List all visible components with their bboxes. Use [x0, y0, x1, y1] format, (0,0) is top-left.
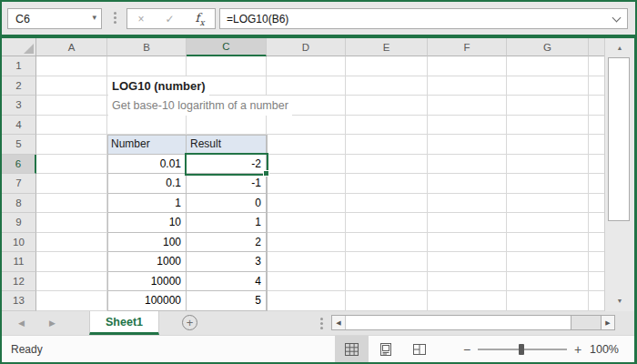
cell-G6[interactable]: [507, 155, 589, 175]
page-layout-view-button[interactable]: [369, 336, 402, 362]
cell-E12[interactable]: [346, 272, 428, 292]
cell-F8[interactable]: [428, 194, 507, 214]
cell-F12[interactable]: [428, 272, 507, 292]
cell-D12[interactable]: [267, 272, 346, 292]
normal-view-button[interactable]: [335, 336, 369, 362]
cell-D6[interactable]: [267, 155, 346, 175]
cell-A7[interactable]: [36, 174, 107, 194]
cell-A12[interactable]: [36, 272, 107, 292]
cell-F3[interactable]: [428, 96, 507, 116]
cell-F2[interactable]: [428, 76, 507, 96]
row-header-5[interactable]: 5: [2, 135, 36, 155]
cell-G1[interactable]: [507, 56, 589, 76]
cell-E8[interactable]: [346, 194, 428, 214]
cell-D7[interactable]: [267, 174, 346, 194]
cell-E9[interactable]: [346, 213, 428, 233]
row-header-3[interactable]: 3: [2, 96, 36, 116]
cell-F7[interactable]: [428, 174, 507, 194]
cell-F13[interactable]: [428, 291, 507, 311]
cell-F4[interactable]: [428, 116, 507, 136]
cell-E10[interactable]: [346, 233, 428, 253]
cell-C4[interactable]: [187, 116, 267, 136]
scroll-up-icon[interactable]: ▲: [605, 38, 634, 56]
column-header-D[interactable]: D: [267, 38, 346, 56]
cell-E1[interactable]: [346, 56, 428, 76]
select-all-corner[interactable]: [2, 38, 36, 56]
cell-G2[interactable]: [507, 76, 589, 96]
cell-A6[interactable]: [36, 155, 107, 175]
sheet-tab-sheet1[interactable]: Sheet1: [89, 311, 159, 335]
cancel-icon[interactable]: ×: [138, 13, 145, 25]
row-header-1[interactable]: 1: [2, 56, 36, 76]
name-box-dropdown-icon[interactable]: ▾: [92, 13, 96, 22]
column-header-E[interactable]: E: [346, 38, 428, 56]
column-header-B[interactable]: B: [107, 38, 187, 56]
cell-D5[interactable]: [267, 135, 346, 155]
cell-G3[interactable]: [507, 96, 589, 116]
cell-A4[interactable]: [36, 116, 107, 136]
cell-D2[interactable]: [267, 76, 346, 96]
cell-F10[interactable]: [428, 233, 507, 253]
cell-G9[interactable]: [507, 213, 589, 233]
column-header-F[interactable]: F: [428, 38, 507, 56]
cell-C10[interactable]: 2: [187, 233, 267, 253]
cell-G8[interactable]: [507, 194, 589, 214]
cell-G13[interactable]: [507, 291, 589, 311]
cell-F1[interactable]: [428, 56, 507, 76]
cell-A10[interactable]: [36, 233, 107, 253]
cell-D1[interactable]: [267, 56, 346, 76]
cell-E7[interactable]: [346, 174, 428, 194]
row-header-9[interactable]: 9: [2, 213, 36, 233]
cell-B6[interactable]: 0.01: [107, 155, 187, 175]
column-header-A[interactable]: A: [36, 38, 107, 56]
scroll-down-icon[interactable]: ▼: [605, 291, 634, 309]
cell-G5[interactable]: [507, 135, 589, 155]
row-header-8[interactable]: 8: [2, 194, 36, 214]
row-header-2[interactable]: 2: [2, 76, 36, 96]
row-header-4[interactable]: 4: [2, 116, 36, 136]
add-sheet-button[interactable]: +: [182, 315, 197, 330]
cell-C6[interactable]: -2: [187, 155, 267, 175]
cell-A3[interactable]: [36, 96, 107, 116]
cell-F9[interactable]: [428, 213, 507, 233]
formula-bar-expand-icon[interactable]: [612, 14, 622, 23]
zoom-slider-track[interactable]: [478, 349, 567, 350]
cell-D9[interactable]: [267, 213, 346, 233]
cell-B5[interactable]: Number: [107, 135, 187, 155]
zoom-slider-thumb[interactable]: [519, 344, 524, 355]
name-box[interactable]: C6 ▾: [7, 8, 102, 29]
cell-E6[interactable]: [346, 155, 428, 175]
column-header-C[interactable]: C: [187, 38, 267, 56]
cell-A9[interactable]: [36, 213, 107, 233]
tab-scroll-left-icon[interactable]: ◀: [18, 318, 25, 328]
horizontal-scrollbar-thumb[interactable]: [346, 316, 571, 329]
horizontal-scrollbar[interactable]: ◀ ▶: [331, 315, 615, 330]
cell-A5[interactable]: [36, 135, 107, 155]
cell-A13[interactable]: [36, 291, 107, 311]
row-header-7[interactable]: 7: [2, 174, 36, 194]
formula-input[interactable]: =LOG10(B6): [219, 8, 628, 29]
cell-G7[interactable]: [507, 174, 589, 194]
enter-check-icon[interactable]: ✓: [166, 13, 175, 25]
cell-G4[interactable]: [507, 116, 589, 136]
cell-E4[interactable]: [346, 116, 428, 136]
cell-B9[interactable]: 10: [107, 213, 187, 233]
tab-scroll-right-icon[interactable]: ▶: [49, 318, 56, 328]
cell-B4[interactable]: [107, 116, 187, 136]
cell-F11[interactable]: [428, 252, 507, 272]
cell-E2[interactable]: [346, 76, 428, 96]
cell-G12[interactable]: [507, 272, 589, 292]
scroll-right-icon[interactable]: ▶: [601, 316, 614, 329]
cell-G11[interactable]: [507, 252, 589, 272]
formula-bar-grip-handle[interactable]: [114, 12, 116, 15]
zoom-in-icon[interactable]: +: [571, 342, 585, 357]
cell-B7[interactable]: 0.1: [107, 174, 187, 194]
cell-B13[interactable]: 100000: [107, 291, 187, 311]
cell-E13[interactable]: [346, 291, 428, 311]
cell-B11[interactable]: 1000: [107, 252, 187, 272]
tab-bar-grip-handle[interactable]: [320, 318, 323, 320]
cell-G10[interactable]: [507, 233, 589, 253]
cell-D11[interactable]: [267, 252, 346, 272]
cell-D4[interactable]: [267, 116, 346, 136]
cell-F5[interactable]: [428, 135, 507, 155]
